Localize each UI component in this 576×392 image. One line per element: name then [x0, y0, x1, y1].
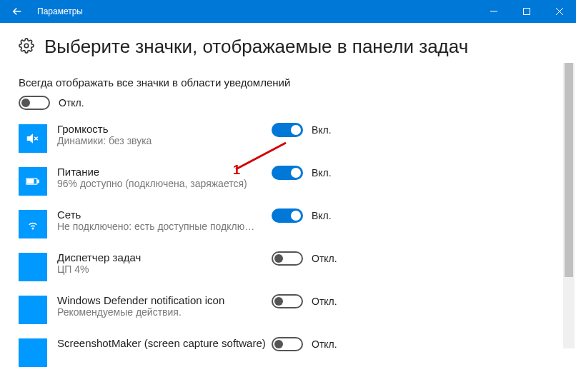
item-title: Windows Defender notification icon [57, 294, 266, 306]
item-text: Сеть Не подключено: есть доступные подкл… [57, 208, 272, 232]
titlebar: Параметры [0, 0, 576, 23]
page-heading: Выберите значки, отображаемые в панели з… [19, 36, 557, 58]
item-title: ScreenshotMaker (screen capture software… [57, 337, 266, 349]
item-state-label: Вкл. [312, 167, 332, 179]
item-state-label: Вкл. [312, 124, 332, 136]
always-show-label: Всегда отображать все значки в области у… [19, 76, 557, 89]
item-control: Вкл. [272, 166, 332, 180]
svg-rect-7 [38, 180, 39, 182]
back-button[interactable] [0, 0, 34, 23]
item-title: Сеть [57, 208, 266, 221]
item-subtitle: Рекомендуемые действия. [57, 306, 266, 318]
list-item: Сеть Не подключено: есть доступные подкл… [19, 208, 557, 238]
svg-point-4 [24, 44, 29, 48]
item-text: Диспетчер задач ЦП 4% [57, 251, 272, 275]
item-subtitle: Не подключено: есть доступные подклю… [57, 221, 266, 232]
list-item: Питание 96% доступно (подключена, заряжа… [19, 166, 557, 196]
icon-tile [19, 338, 47, 367]
list-item: Громкость Динамики: без звука Вкл. [19, 123, 557, 153]
svg-rect-1 [524, 9, 530, 15]
maximize-button[interactable] [510, 0, 543, 23]
icon-list: Громкость Динамики: без звука Вкл. Питан… [19, 123, 557, 367]
item-state-label: Откл. [312, 338, 337, 350]
item-subtitle: ЦП 4% [57, 263, 266, 275]
arrow-left-icon [11, 5, 24, 18]
item-title: Диспетчер задач [57, 251, 266, 263]
item-control: Откл. [272, 294, 337, 308]
page-title: Выберите значки, отображаемые в панели з… [44, 36, 468, 58]
list-item: ScreenshotMaker (screen capture software… [19, 337, 557, 367]
item-subtitle: 96% доступно (подключена, заряжается) [57, 178, 266, 189]
window-controls [477, 0, 576, 23]
item-toggle[interactable] [272, 251, 303, 266]
item-text: Громкость Динамики: без звука [57, 123, 272, 146]
scrollbar-thumb[interactable] [565, 63, 573, 277]
close-button[interactable] [543, 0, 576, 23]
icon-tile [19, 167, 47, 196]
item-text: ScreenshotMaker (screen capture software… [57, 337, 272, 349]
svg-rect-8 [28, 180, 34, 184]
icon-tile [19, 296, 47, 324]
item-title: Громкость [57, 123, 266, 135]
scrollbar[interactable] [563, 63, 575, 348]
always-show-row: Откл. [19, 96, 557, 110]
item-control: Откл. [272, 251, 337, 266]
item-toggle[interactable] [272, 123, 303, 137]
svg-point-9 [32, 228, 34, 229]
item-state-label: Откл. [312, 296, 337, 307]
window-title: Параметры [34, 6, 477, 16]
minimize-button[interactable] [477, 0, 510, 23]
icon-tile [19, 210, 47, 238]
list-item: Диспетчер задач ЦП 4% Откл. [19, 251, 557, 281]
list-item: Windows Defender notification icon Реком… [19, 294, 557, 324]
item-state-label: Вкл. [312, 210, 332, 221]
svg-marker-5 [28, 135, 33, 143]
item-title: Питание [57, 166, 266, 178]
close-icon [555, 7, 564, 16]
always-show-state: Откл. [59, 97, 84, 109]
item-subtitle: Динамики: без звука [57, 135, 266, 146]
item-control: Вкл. [272, 123, 332, 137]
minimize-icon [490, 7, 498, 16]
icon-tile [19, 253, 47, 281]
item-toggle[interactable] [272, 166, 303, 180]
item-control: Откл. [272, 337, 337, 351]
item-toggle[interactable] [272, 294, 303, 308]
gear-icon [19, 38, 34, 56]
item-toggle[interactable] [272, 337, 303, 351]
content-area: Выберите значки, отображаемые в панели з… [0, 23, 576, 367]
item-state-label: Откл. [312, 253, 337, 264]
maximize-icon [522, 7, 531, 16]
item-control: Вкл. [272, 208, 332, 223]
always-show-toggle[interactable] [19, 96, 50, 110]
item-text: Питание 96% доступно (подключена, заряжа… [57, 166, 272, 189]
item-toggle[interactable] [272, 208, 303, 223]
item-text: Windows Defender notification icon Реком… [57, 294, 272, 318]
icon-tile [19, 124, 47, 153]
